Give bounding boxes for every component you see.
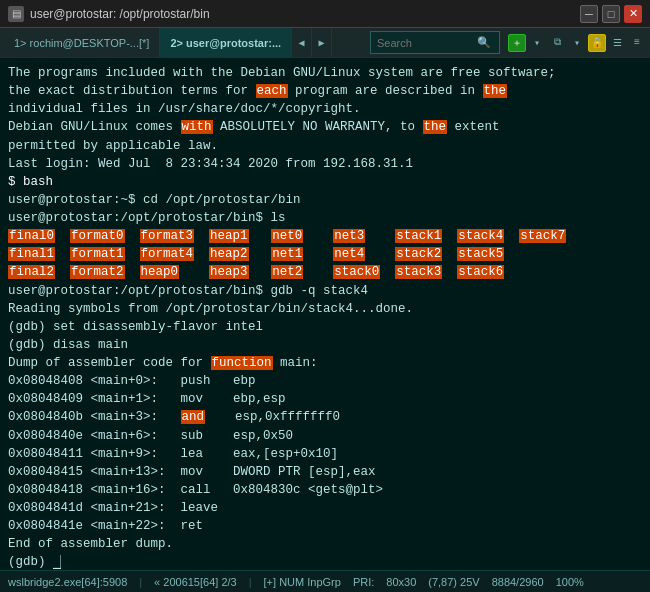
terminal-line-1: The programs included with the Debian GN…	[8, 64, 642, 82]
title-text: user@protostar: /opt/protostar/bin	[30, 7, 580, 21]
terminal-gdb-prompt: (gdb) █	[8, 553, 642, 570]
close-button[interactable]: ✕	[624, 5, 642, 23]
tab-1[interactable]: 1> rochim@DESKTOP-...[*]	[4, 28, 160, 57]
dropdown-button[interactable]: ▾	[528, 34, 546, 52]
menu-button[interactable]: ≡	[628, 34, 646, 52]
status-process: wslbridge2.exe[64]:5908	[8, 576, 127, 588]
terminal-files-row3: final2 format2 heap0 heap3 net2 stack0 s…	[8, 263, 642, 281]
terminal-gdb-reading: Reading symbols from /opt/protostar/bin/…	[8, 300, 642, 318]
toolbar-icons: ＋ ▾ ⧉ ▾ 🔒 ☰ ≡	[508, 28, 646, 57]
terminal-line-3: individual files in /usr/share/doc/*/cop…	[8, 100, 642, 118]
status-size: 80x30	[386, 576, 416, 588]
add-tab-button[interactable]: ＋	[508, 34, 526, 52]
terminal-gdb-22: 0x0804841e <main+22>: ret	[8, 517, 642, 535]
terminal-gdb-1: 0x08048409 <main+1>: mov ebp,esp	[8, 390, 642, 408]
status-bar: wslbridge2.exe[64]:5908 | « 200615[64] 2…	[0, 570, 650, 592]
terminal-area[interactable]: The programs included with the Debian GN…	[0, 58, 650, 570]
terminal-gdb-dump: Dump of assembler code for function main…	[8, 354, 642, 372]
status-misc: 8884/2960	[492, 576, 544, 588]
terminal-files-row1: final0 format0 format3 heap1 net0 net3 s…	[8, 227, 642, 245]
terminal-line-2: the exact distribution terms for each pr…	[8, 82, 642, 100]
tab-nav-left[interactable]: ◀	[292, 28, 312, 57]
terminal-gdb-16: 0x08048418 <main+16>: call 0x804830c <ge…	[8, 481, 642, 499]
terminal-line-6: permitted by applicable law.	[8, 137, 642, 155]
terminal-line-bash: $ bash	[8, 173, 642, 191]
window-icon: ▤	[8, 6, 24, 22]
terminal-gdb-0: 0x08048408 <main+0>: push ebp	[8, 372, 642, 390]
terminal-line-7: Last login: Wed Jul 8 23:34:34 2020 from…	[8, 155, 642, 173]
terminal-gdb-3: 0x0804840b <main+3>: and esp,0xfffffff0	[8, 408, 642, 426]
status-zoom: 100%	[556, 576, 584, 588]
lock-icon[interactable]: 🔒	[588, 34, 606, 52]
status-cursor: (7,87) 25V	[428, 576, 479, 588]
terminal-gdb-set: (gdb) set disassembly-flavor intel	[8, 318, 642, 336]
status-pos: « 200615[64] 2/3	[154, 576, 237, 588]
terminal-line-5: Debian GNU/Linux comes with ABSOLUTELY N…	[8, 118, 642, 136]
terminal-line-ls: user@protostar:/opt/protostar/bin$ ls	[8, 209, 642, 227]
search-bar[interactable]: 🔍	[370, 31, 500, 54]
split-button[interactable]: ⧉	[548, 34, 566, 52]
terminal-gdb-cmd: user@protostar:/opt/protostar/bin$ gdb -…	[8, 282, 642, 300]
terminal-gdb-21: 0x0804841d <main+21>: leave	[8, 499, 642, 517]
status-mode: [+] NUM InpGrp	[264, 576, 341, 588]
tab-bar: 1> rochim@DESKTOP-...[*] 2> user@protost…	[0, 28, 650, 58]
window-controls: ─ □ ✕	[580, 5, 642, 23]
search-input[interactable]	[377, 37, 477, 49]
terminal-gdb-disas: (gdb) disas main	[8, 336, 642, 354]
terminal-gdb-end: End of assembler dump.	[8, 535, 642, 553]
terminal-gdb-9: 0x08048411 <main+9>: lea eax,[esp+0x10]	[8, 445, 642, 463]
tab-nav-right[interactable]: ▶	[312, 28, 332, 57]
terminal-gdb-6: 0x0804840e <main+6>: sub esp,0x50	[8, 427, 642, 445]
terminal-files-row2: final1 format1 format4 heap2 net1 net4 s…	[8, 245, 642, 263]
title-bar: ▤ user@protostar: /opt/protostar/bin ─ □…	[0, 0, 650, 28]
status-enc: PRI:	[353, 576, 374, 588]
minimize-button[interactable]: ─	[580, 5, 598, 23]
terminal-gdb-13: 0x08048415 <main+13>: mov DWORD PTR [esp…	[8, 463, 642, 481]
dropdown2-button[interactable]: ▾	[568, 34, 586, 52]
terminal-line-cd: user@protostar:~$ cd /opt/protostar/bin	[8, 191, 642, 209]
search-icon: 🔍	[477, 36, 491, 49]
settings-button[interactable]: ☰	[608, 34, 626, 52]
maximize-button[interactable]: □	[602, 5, 620, 23]
tab-2[interactable]: 2> user@protostar:...	[160, 28, 292, 57]
